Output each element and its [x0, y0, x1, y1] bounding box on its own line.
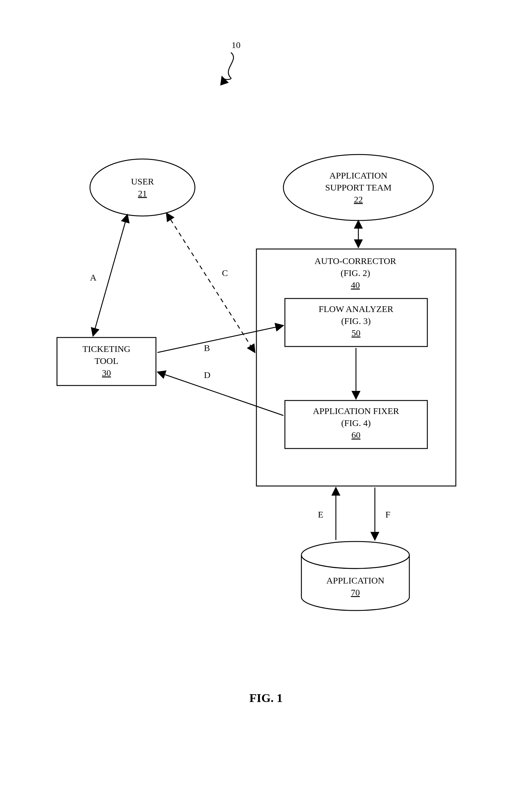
edge-A-label: A	[90, 273, 97, 282]
figure-caption: FIG. 1	[249, 691, 283, 705]
edge-B-label: B	[204, 343, 210, 353]
flow-analyzer-num: 50	[352, 328, 360, 338]
user-num: 21	[138, 188, 147, 198]
node-application: APPLICATION 70	[301, 542, 409, 611]
ticketing-label2: TOOL	[94, 356, 118, 366]
node-application-fixer: APPLICATION FIXER (FIG. 4) 60	[285, 400, 428, 449]
edge-A	[93, 214, 128, 336]
edge-E-label: E	[318, 509, 323, 519]
application-label: APPLICATION	[326, 575, 384, 585]
ticketing-label1: TICKETING	[82, 344, 130, 354]
auto-corrector-label1: AUTO-CORRECTOR	[315, 256, 396, 266]
app-fixer-label1: APPLICATION FIXER	[313, 406, 399, 416]
edge-F-label: F	[385, 509, 391, 519]
figure-lead-arrow	[222, 53, 234, 79]
app-fixer-label2: (FIG. 4)	[341, 418, 370, 428]
svg-point-6	[301, 542, 409, 568]
edge-C-label: C	[222, 268, 228, 278]
support-team-label2: SUPPORT TEAM	[325, 182, 391, 192]
app-fixer-num: 60	[352, 430, 360, 440]
support-team-num: 22	[354, 194, 363, 204]
figure-number-top: 10	[231, 40, 241, 50]
flow-analyzer-label2: (FIG. 3)	[341, 316, 370, 326]
support-team-label1: APPLICATION	[329, 170, 387, 180]
diagram-canvas: 10 USER 21 APPLICATION SUPPORT TEAM 22 T…	[0, 0, 532, 804]
auto-corrector-num: 40	[351, 280, 360, 290]
application-num: 70	[351, 587, 360, 597]
auto-corrector-label2: (FIG. 2)	[341, 268, 370, 278]
ticketing-num: 30	[102, 368, 111, 378]
node-support-team: APPLICATION SUPPORT TEAM 22	[283, 154, 433, 221]
node-ticketing-tool: TICKETING TOOL 30	[57, 337, 156, 386]
node-flow-analyzer: FLOW ANALYZER (FIG. 3) 50	[285, 299, 428, 347]
svg-point-0	[90, 159, 195, 216]
node-user: USER 21	[90, 159, 195, 216]
edge-C	[167, 213, 255, 353]
edge-D-label: D	[204, 370, 210, 380]
flow-analyzer-label1: FLOW ANALYZER	[319, 304, 394, 314]
user-label: USER	[131, 176, 154, 186]
